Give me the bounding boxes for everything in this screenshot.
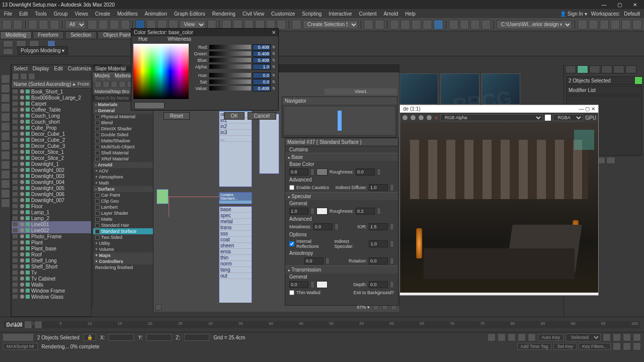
scene-item[interactable]: Decor_Slice_1	[12, 149, 91, 155]
vp-zoomall-icon[interactable]	[613, 333, 621, 341]
mat-category[interactable]: Layer Shader	[93, 210, 153, 216]
slate-tb-4-icon[interactable]	[119, 81, 126, 88]
mat-category[interactable]: Shell Material	[93, 150, 153, 156]
cmd-create-icon[interactable]	[565, 65, 576, 73]
scene-item[interactable]: Shelf_Short	[12, 263, 91, 269]
mat-category[interactable]: + Volume	[93, 246, 153, 252]
menu-modifiers[interactable]: Modifiers	[117, 11, 138, 17]
color-slider[interactable]	[209, 64, 251, 69]
se-tool-14-icon[interactable]	[1, 199, 10, 208]
ribbon-tab-modeling[interactable]: Modeling	[0, 31, 32, 39]
rw-min-icon[interactable]: —	[579, 106, 584, 112]
menu-views[interactable]: Views	[75, 11, 89, 17]
trans-weight-input[interactable]	[289, 281, 308, 288]
mat-category[interactable]: + Controllers	[93, 258, 153, 264]
se-tool-2-icon[interactable]	[1, 84, 10, 93]
coord-y-input[interactable]	[146, 334, 172, 341]
cancel-button[interactable]: Cancel	[248, 112, 276, 120]
indiff-spin[interactable]	[390, 184, 394, 191]
coord-system[interactable]: View	[180, 20, 206, 29]
mat-category[interactable]: + Atmosphere	[93, 174, 153, 180]
scene-item[interactable]: Box006Book_Large_2	[12, 95, 91, 101]
mat-category[interactable]: + AOV	[93, 168, 153, 174]
vp-pan-icon[interactable]	[613, 342, 621, 350]
goto-end-icon[interactable]	[528, 333, 536, 341]
next-frame-icon[interactable]	[518, 333, 526, 341]
navigator-view[interactable]	[284, 107, 395, 135]
mirror-icon[interactable]	[364, 20, 373, 30]
se-tool-10-icon[interactable]	[1, 160, 10, 169]
scene-item[interactable]: Line001	[12, 221, 91, 227]
mat-category[interactable]: DirectX Shader	[93, 126, 153, 132]
mat-category[interactable]: Rendering finished	[93, 264, 153, 270]
menu-tools[interactable]: Tools	[35, 11, 46, 17]
roughness-spin[interactable]	[377, 168, 381, 175]
addtime-button[interactable]: Add Time Tag	[517, 343, 552, 350]
a3-icon[interactable]	[600, 20, 609, 30]
undo-icon[interactable]	[2, 20, 12, 30]
status-lock-icon[interactable]: 🔒	[84, 334, 96, 341]
thin-checkbox[interactable]	[289, 290, 294, 295]
ior-spin[interactable]	[390, 223, 394, 230]
reset-button[interactable]: Reset	[164, 112, 190, 120]
a5-icon[interactable]	[621, 20, 631, 30]
slate-nav-icon[interactable]	[155, 304, 162, 310]
project-path[interactable]: C:\Users\WI...erior design ▾	[497, 20, 572, 29]
scene-item[interactable]: Lamp_1	[12, 209, 91, 215]
goto-start-icon[interactable]	[488, 333, 496, 341]
stack-config-icon[interactable]	[606, 157, 615, 164]
basecolor-swatch[interactable]	[316, 168, 328, 175]
cmd-modify-icon[interactable]	[577, 65, 588, 73]
mat-category[interactable]: Clip Geo	[93, 198, 153, 204]
se-tab-customize[interactable]: Customize	[68, 66, 92, 71]
color-slider[interactable]	[209, 79, 251, 84]
menu-create[interactable]: Create	[95, 11, 110, 17]
node-curtains[interactable]: Curtains Standard...	[219, 192, 252, 204]
color-value-input[interactable]	[253, 51, 271, 57]
material-editor-icon[interactable]	[434, 20, 443, 30]
scene-item[interactable]: Downlight_002	[12, 167, 91, 173]
mat-category[interactable]: Standard Hair	[93, 222, 153, 228]
scene-item[interactable]: Book_Short_1	[12, 88, 91, 95]
signin-button[interactable]: 👤 Sign In ▾	[560, 11, 587, 17]
scene-item[interactable]: Couch_Long	[12, 113, 91, 119]
menu-animation[interactable]: Animation	[145, 11, 167, 17]
scene-item[interactable]: Coffee_Table	[12, 107, 91, 113]
se-tool-12-icon[interactable]	[1, 179, 10, 189]
rw-copy-icon[interactable]	[410, 115, 416, 121]
sect-specular[interactable]: Specular	[285, 192, 398, 200]
sect-transmission[interactable]: Transmission	[285, 265, 398, 274]
indspec-spin[interactable]	[390, 240, 394, 247]
mat-category[interactable]: - Surface	[93, 186, 153, 192]
scene-item[interactable]: Window Glass	[12, 294, 91, 300]
close-icon[interactable]: ✕	[628, 2, 642, 8]
a1-icon[interactable]	[578, 20, 587, 30]
menu-interactive[interactable]: Interactive	[329, 11, 352, 17]
coord-z-input[interactable]	[184, 334, 209, 341]
slate-tb-3-icon[interactable]	[111, 81, 118, 88]
mat-category[interactable]: + Maps	[93, 252, 153, 258]
maxscript-mini[interactable]: MAXScript Mi	[3, 343, 38, 350]
scene-item[interactable]: Cube_Prop	[12, 125, 91, 131]
scene-item[interactable]: Photo_Frame	[12, 233, 91, 239]
scene-item[interactable]: Window Frame	[12, 288, 91, 294]
link-icon[interactable]	[28, 20, 38, 30]
se-tab-select[interactable]: Select	[14, 66, 28, 71]
se-tool-8-icon[interactable]	[1, 141, 10, 150]
se-tool-7-icon[interactable]	[1, 132, 10, 141]
menu-edit[interactable]: Edit	[19, 11, 28, 17]
curve-editor-icon[interactable]	[412, 20, 421, 30]
vp-max-icon[interactable]	[633, 342, 641, 350]
rw-clone-icon[interactable]	[418, 115, 424, 121]
rect-select-icon[interactable]	[110, 20, 119, 30]
ok-button[interactable]: OK	[224, 112, 244, 120]
menu-group[interactable]: Group	[54, 11, 68, 17]
menu-content[interactable]: Content	[359, 11, 376, 17]
select-name-icon[interactable]	[99, 20, 108, 30]
base-weight-input[interactable]	[289, 168, 308, 175]
transcolor-swatch[interactable]	[316, 281, 328, 288]
mat-category[interactable]: Car Paint	[93, 192, 153, 198]
mat-category[interactable]: Double Sided	[93, 132, 153, 138]
indspec-input[interactable]	[369, 240, 388, 247]
prev-frame-icon[interactable]	[498, 333, 506, 341]
